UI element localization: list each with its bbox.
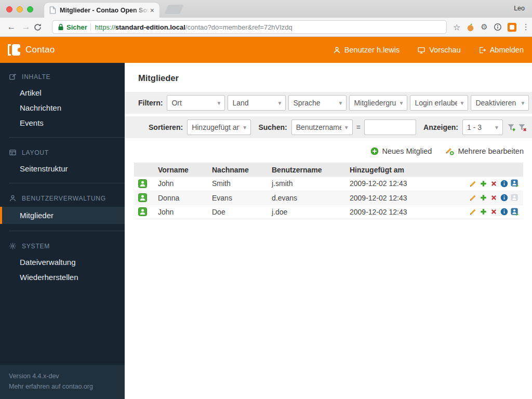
select-value: Mitgliedergruppen (354, 99, 396, 107)
duplicate-icon[interactable] (480, 194, 487, 202)
browser-profile-name[interactable]: Leo (514, 5, 525, 12)
gear-icon (9, 242, 17, 250)
table-row: John Doe j.doe 2009-12-02 12:43 (134, 205, 523, 219)
logout-icon (478, 46, 486, 54)
sidebar-group-system[interactable]: SYSTEM (0, 232, 125, 255)
new-member-button[interactable]: Neues Mitglied (370, 147, 432, 155)
chevron-down-icon: ▼ (338, 100, 343, 106)
sidebar-item-seitenstruktur[interactable]: Seitenstruktur (0, 161, 125, 176)
back-icon[interactable]: ← (4, 22, 19, 32)
sidebar-group-label: BENUTZERVERWALTUNG (22, 195, 106, 202)
filter-select-land[interactable]: Land▼ (228, 95, 286, 111)
filter-select-deaktivieren[interactable]: Deaktivieren▼ (471, 95, 529, 111)
select-value: Sprache (293, 99, 335, 107)
contao-logo[interactable]: Contao (8, 44, 55, 56)
contao-org-link[interactable]: Mehr erfahren auf contao.org (9, 382, 125, 392)
sidebar-group-label: INHALTE (22, 73, 50, 81)
new-tab-button[interactable] (164, 5, 184, 14)
sidebar-group-layout[interactable]: LAYOUT (0, 139, 125, 161)
header-vorname: Vorname (154, 163, 208, 177)
reset-filter-icon[interactable] (518, 123, 527, 132)
edit-multiple-button[interactable]: Mehrere bearbeiten (445, 147, 524, 155)
chevron-down-icon: ▼ (242, 125, 247, 130)
cell-hinzugefuegt: 2009-12-02 12:43 (345, 191, 470, 205)
info-icon[interactable] (500, 180, 508, 188)
url-path: /contao?do=member&ref=72hVIzdq (185, 23, 292, 31)
contao-extension-icon[interactable] (508, 23, 516, 32)
show-range-select[interactable]: 1 - 3▼ (462, 119, 503, 135)
preview-menu-label: Vorschau (429, 46, 460, 54)
chevron-down-icon: ▼ (460, 100, 465, 106)
cell-benutzername: d.evans (268, 191, 345, 205)
sort-select[interactable]: Hinzugefügt an▼ (187, 119, 251, 135)
preview-menu-item[interactable]: Vorschau (417, 46, 460, 54)
switch-user-icon[interactable] (511, 179, 519, 188)
duplicate-icon[interactable] (480, 208, 487, 216)
browser-menu-icon[interactable]: ⋮ (522, 22, 530, 32)
forward-icon[interactable]: → (19, 22, 33, 32)
url-bar[interactable]: Sicher https://standard-edition.local/co… (52, 20, 447, 34)
close-window-button[interactable] (6, 6, 12, 12)
cell-hinzugefuegt: 2009-12-02 12:43 (345, 205, 470, 219)
switch-user-icon[interactable] (511, 208, 519, 216)
close-tab-icon[interactable]: × (149, 6, 155, 15)
delete-icon[interactable] (490, 194, 498, 202)
equals-sign: = (356, 123, 361, 131)
user-icon (333, 46, 341, 54)
edit-icon[interactable] (469, 180, 477, 188)
zoom-window-button[interactable] (27, 6, 33, 12)
delete-icon[interactable] (490, 180, 498, 188)
filter-select-sprache[interactable]: Sprache▼ (288, 95, 347, 111)
chevron-down-icon: ▼ (277, 100, 283, 106)
filter-select-ort[interactable]: Ort▼ (167, 95, 225, 111)
main-content: Mitglieder Filtern: Ort▼ Land▼ Sprache▼ … (125, 63, 532, 399)
select-value: Hinzugefügt an (192, 123, 240, 131)
cell-hinzugefuegt: 2009-12-02 12:43 (345, 177, 470, 191)
apply-filter-icon[interactable] (507, 123, 516, 132)
browser-tab[interactable]: Mitglieder - Contao Open Sour × (44, 3, 159, 18)
actions-row: Neues Mitglied Mehrere bearbeiten (125, 138, 532, 155)
layout-icon (9, 149, 17, 156)
cell-nachname: Doe (208, 205, 268, 219)
cell-benutzername: j.smith (268, 177, 345, 191)
info-icon[interactable] (500, 194, 508, 202)
members-table: Vorname Nachname Benutzername Hinzugefüg… (134, 163, 523, 219)
sidebar-item-wiederherstellen[interactable]: Wiederherstellen (0, 270, 125, 285)
member-icon (138, 193, 150, 202)
sidebar-item-dateiverwaltung[interactable]: Dateiverwaltung (0, 255, 125, 270)
extension-icon[interactable] (466, 23, 475, 32)
sidebar-item-artikel[interactable]: Artikel (0, 85, 125, 100)
person-icon (9, 194, 17, 202)
search-field-select[interactable]: Benutzername▼ (291, 119, 353, 135)
sidebar-item-nachrichten[interactable]: Nachrichten (0, 100, 125, 115)
edit-icon[interactable] (469, 194, 477, 202)
reload-icon[interactable] (33, 23, 48, 32)
edit-multiple-icon (445, 147, 454, 155)
chevron-down-icon: ▼ (399, 100, 404, 106)
logout-menu-label: Abmelden (490, 46, 524, 54)
sidebar-item-mitglieder[interactable]: Mitglieder (0, 207, 125, 224)
select-value: 1 - 3 (467, 123, 491, 131)
filter-select-login-erlauben[interactable]: Login erlauben▼ (410, 95, 468, 111)
edit-icon[interactable] (469, 208, 477, 216)
settings-gear-icon[interactable]: ⚙ (481, 22, 487, 32)
sidebar-group-benutzerverwaltung[interactable]: BENUTZERVERWALTUNG (0, 184, 125, 207)
sidebar-item-events[interactable]: Events (0, 115, 125, 130)
bookmark-star-icon[interactable]: ☆ (453, 22, 460, 32)
duplicate-icon[interactable] (480, 180, 487, 188)
page-file-icon (49, 6, 56, 14)
show-label: Anzeigen: (423, 123, 458, 131)
sidebar-group-inhalte[interactable]: INHALTE (0, 63, 125, 85)
logout-menu-item[interactable]: Abmelden (478, 46, 524, 54)
cell-vorname: John (154, 205, 208, 219)
new-member-label: Neues Mitglied (382, 147, 432, 155)
delete-icon[interactable] (490, 208, 498, 216)
version-text: Version 4.4.x-dev (9, 371, 125, 381)
user-menu-item[interactable]: Benutzer h.lewis (333, 46, 400, 54)
minimize-window-button[interactable] (17, 6, 23, 12)
select-value: Deaktivieren (475, 99, 517, 107)
info-icon[interactable] (494, 23, 502, 31)
filter-select-mitgliedergruppen[interactable]: Mitgliedergruppen▼ (349, 95, 407, 111)
search-input[interactable] (364, 119, 416, 135)
info-icon[interactable] (500, 208, 508, 216)
